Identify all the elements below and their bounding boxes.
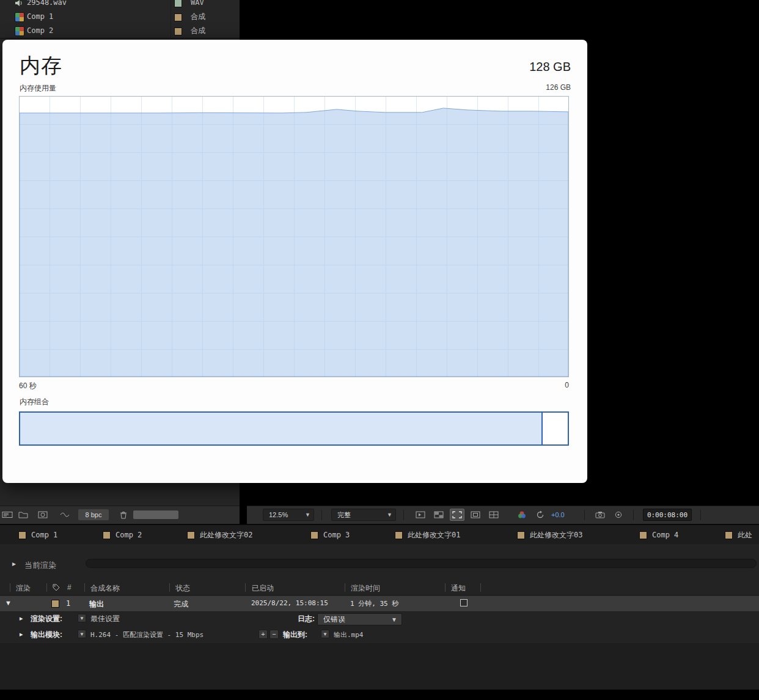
fast-previews-icon[interactable] bbox=[413, 509, 428, 521]
column-divider bbox=[46, 583, 47, 592]
job-number: 1 bbox=[66, 599, 70, 608]
column-divider bbox=[345, 583, 345, 592]
tab-text-01[interactable]: 此处修改文字01 bbox=[395, 525, 460, 545]
timeline-tab-bar: Comp 1 Comp 2 此处修改文字02 Comp 3 此处修改文字01 此… bbox=[0, 525, 759, 545]
remove-output-module-button[interactable]: − bbox=[270, 630, 279, 639]
notify-checkbox[interactable] bbox=[460, 599, 468, 606]
tab-partial[interactable]: 此处 bbox=[725, 525, 752, 545]
current-render-progressbar bbox=[86, 559, 757, 568]
header-render[interactable]: 渲染 bbox=[16, 583, 31, 594]
output-to-dropdown[interactable]: ▼ bbox=[321, 630, 329, 638]
tab-text-02[interactable]: 此处修改文字02 bbox=[187, 525, 252, 545]
add-output-module-button[interactable]: + bbox=[258, 630, 268, 639]
render-job-row[interactable]: ▼ 1 输出 完成 2025/8/22, 15:08:15 1 分钟, 35 秒 bbox=[0, 595, 759, 612]
label-color-swatch[interactable] bbox=[174, 0, 182, 7]
guides-icon[interactable] bbox=[486, 509, 501, 521]
render-settings-value[interactable]: 最佳设置 bbox=[90, 614, 120, 624]
time-axis-left: 60 秒 bbox=[19, 381, 37, 391]
job-started: 2025/8/22, 15:08:15 bbox=[251, 599, 328, 607]
composition-icon bbox=[15, 12, 24, 22]
project-row-audio[interactable]: 29548.wav WAV bbox=[0, 0, 240, 10]
bit-depth-button[interactable]: 8 bpc bbox=[78, 509, 109, 520]
label-color-swatch[interactable] bbox=[174, 13, 182, 21]
toggle-mask-visibility-icon[interactable] bbox=[468, 509, 483, 521]
tab-label: Comp 4 bbox=[652, 531, 678, 539]
project-item-name[interactable]: 29548.wav bbox=[27, 0, 67, 10]
exposure-value[interactable]: +0.0 bbox=[551, 511, 565, 518]
header-started[interactable]: 已启动 bbox=[252, 583, 274, 594]
label-color-swatch bbox=[310, 531, 318, 539]
output-module-dropdown[interactable]: ▼ bbox=[78, 630, 86, 638]
project-item-type: WAV bbox=[191, 0, 204, 10]
header-comp-name[interactable]: 合成名称 bbox=[90, 583, 120, 594]
project-row-comp1[interactable]: Comp 1 合成 bbox=[0, 10, 240, 24]
render-queue-panel: ▸ 当前渲染 渲染 # 合成名称 状态 已启动 渲染时间 通知 ▼ bbox=[0, 544, 759, 690]
log-dropdown[interactable]: 仅错误 ▼ bbox=[317, 613, 402, 625]
total-memory-value: 128 GB bbox=[529, 60, 571, 74]
header-notify[interactable]: 通知 bbox=[451, 583, 466, 594]
tag-icon[interactable] bbox=[53, 584, 60, 593]
panel-divider bbox=[0, 38, 240, 39]
resolution-dropdown[interactable]: 完整 ▼ bbox=[331, 509, 396, 521]
render-settings-dropdown[interactable]: ▼ bbox=[78, 614, 86, 622]
header-render-time[interactable]: 渲染时间 bbox=[351, 583, 380, 594]
memory-pool-fill bbox=[20, 413, 543, 444]
label-color-swatch bbox=[517, 531, 525, 539]
label-color-swatch[interactable] bbox=[174, 28, 182, 35]
interpret-footage-icon[interactable] bbox=[0, 509, 15, 521]
column-divider bbox=[245, 583, 246, 592]
composition-icon bbox=[15, 26, 24, 36]
project-item-name[interactable]: Comp 2 bbox=[27, 24, 53, 38]
output-to-value[interactable]: 输出.mp4 bbox=[334, 630, 364, 639]
project-row-comp2[interactable]: Comp 2 合成 bbox=[0, 24, 240, 38]
chevron-right-icon[interactable]: ▸ bbox=[12, 559, 16, 568]
output-module-value[interactable]: H.264 - 匹配渲染设置 - 15 Mbps bbox=[90, 630, 204, 639]
region-of-interest-icon[interactable] bbox=[450, 509, 464, 521]
new-folder-icon[interactable] bbox=[16, 509, 31, 521]
zoom-dropdown[interactable]: 12.5% ▼ bbox=[263, 509, 314, 521]
label-color-swatch bbox=[725, 531, 733, 539]
label-color-swatch[interactable] bbox=[51, 600, 59, 608]
memory-pool-label: 内存组合 bbox=[20, 397, 49, 407]
memory-dialog: 内存 128 GB 内存使用量 126 GB 60 秒 0 内存组合 bbox=[2, 40, 587, 483]
tab-comp-3[interactable]: Comp 3 bbox=[310, 525, 350, 545]
color-management-icon[interactable] bbox=[515, 509, 529, 521]
timecode-display[interactable]: 0:00:08:00 bbox=[643, 509, 692, 521]
show-snapshot-icon[interactable] bbox=[611, 509, 626, 521]
project-item-name[interactable]: Comp 1 bbox=[27, 10, 53, 24]
memory-peak-value: 126 GB bbox=[546, 83, 571, 92]
current-render-row: ▸ 当前渲染 bbox=[0, 544, 759, 580]
chevron-right-icon[interactable]: ▸ bbox=[20, 630, 23, 638]
tab-comp-4[interactable]: Comp 4 bbox=[639, 525, 678, 545]
reset-exposure-icon[interactable] bbox=[533, 509, 548, 521]
toolbar-separator bbox=[633, 510, 634, 520]
current-render-label: 当前渲染 bbox=[24, 560, 56, 571]
header-status[interactable]: 状态 bbox=[175, 583, 190, 594]
tab-label: 此处 bbox=[738, 530, 752, 540]
log-value: 仅错误 bbox=[318, 615, 345, 624]
tab-label: Comp 1 bbox=[31, 531, 57, 539]
memory-pool-bar bbox=[19, 411, 569, 446]
toolbar-separator bbox=[403, 510, 404, 520]
snapshot-camera-icon[interactable] bbox=[593, 509, 607, 521]
app-window: 29548.wav WAV Comp 1 合成 Comp 2 合成 内存 128… bbox=[0, 0, 759, 700]
project-item-list: 29548.wav WAV Comp 1 合成 Comp 2 合成 bbox=[0, 0, 240, 38]
column-divider bbox=[169, 583, 170, 592]
chevron-down-icon[interactable]: ▼ bbox=[5, 599, 12, 606]
tab-comp-2[interactable]: Comp 2 bbox=[103, 525, 142, 545]
header-number[interactable]: # bbox=[67, 583, 72, 592]
time-axis-right: 0 bbox=[565, 381, 569, 389]
render-settings-row: ▸ 渲染设置: ▼ 最佳设置 日志: 仅错误 ▼ bbox=[0, 611, 759, 627]
memory-usage-chart bbox=[19, 96, 569, 377]
chevron-right-icon[interactable]: ▸ bbox=[20, 614, 23, 622]
tab-comp-1[interactable]: Comp 1 bbox=[18, 525, 57, 545]
trash-icon[interactable] bbox=[116, 509, 131, 521]
chevron-down-icon: ▼ bbox=[305, 509, 310, 521]
tab-text-03[interactable]: 此处修改文字03 bbox=[517, 525, 582, 545]
new-composition-icon[interactable] bbox=[35, 509, 50, 521]
toolbar-separator bbox=[321, 510, 322, 520]
toolbar-separator bbox=[584, 510, 585, 520]
render-settings-icon[interactable] bbox=[57, 509, 72, 521]
transparency-grid-icon[interactable] bbox=[431, 509, 446, 521]
zoom-value: 12.5% bbox=[263, 511, 288, 518]
